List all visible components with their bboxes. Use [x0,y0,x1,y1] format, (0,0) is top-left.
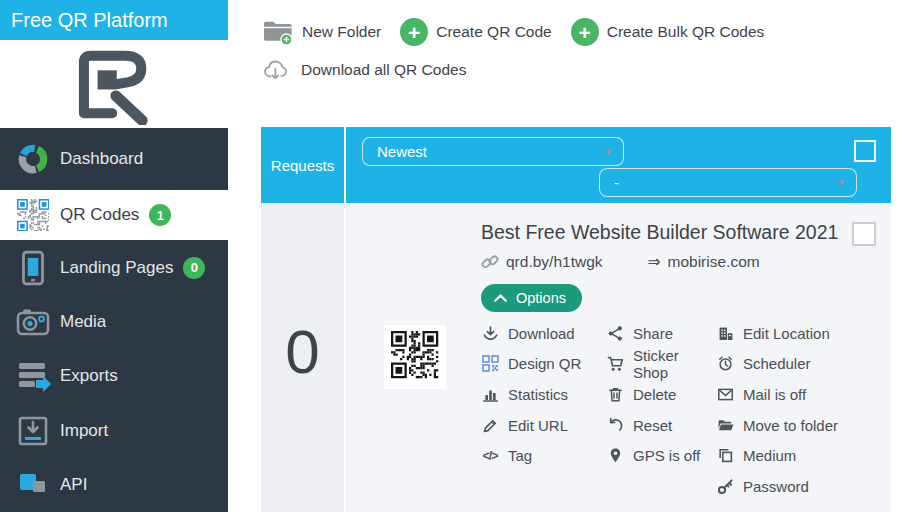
sort-select[interactable]: Newest ▾ [362,137,624,166]
action-label: Edit Location [743,325,830,342]
sidebar-item-landing-pages[interactable]: Landing Pages 0 [0,240,228,294]
folder-filter-select[interactable]: - ▾ [599,168,857,197]
sidebar-item-label: API [60,475,87,495]
filter-selected-value: - [614,174,619,191]
action-label: Mail is off [743,386,806,403]
sidebar-item-api[interactable]: API [0,458,228,512]
sidebar-item-exports[interactable]: Exports [0,349,228,403]
qr-codes-icon [14,196,52,234]
actions-column-3: Edit Location Scheduler [716,318,891,502]
caret-down-icon: ▾ [838,176,844,189]
qr-code-image [391,331,438,382]
mail-toggle-action[interactable]: Mail is off [716,379,891,410]
trash-icon [606,386,624,403]
design-qr-action[interactable]: Design QR [481,349,606,380]
toolbar: New Folder + Create QR Code + Create Bul… [228,0,908,89]
select-all-checkbox[interactable] [854,140,876,162]
short-url-link[interactable]: qrd.by/h1twgk [506,253,603,271]
brand-logo [0,40,228,128]
app-title: Free QR Platform [0,0,228,40]
sidebar-item-label: Import [60,421,108,441]
statistics-action[interactable]: Statistics [481,379,606,410]
sidebar: Free QR Platform Dashboard [0,0,228,512]
action-label: Move to folder [743,417,838,434]
sidebar-item-media[interactable]: Media [0,295,228,349]
action-label: Statistics [508,386,568,403]
download-all-qr-codes-button[interactable]: Download all QR Codes [262,57,466,84]
edit-location-action[interactable]: Edit Location [716,318,891,349]
entry-select-checkbox[interactable] [852,222,876,246]
edit-url-action[interactable]: Edit URL [481,410,606,441]
api-puzzle-icon [14,466,52,504]
scheduler-action[interactable]: Scheduler [716,349,891,380]
options-label: Options [516,290,566,306]
scan-count: 0 [285,321,319,383]
alarm-clock-icon [716,355,734,372]
undo-arrow-icon [606,417,624,434]
actions-column-2: Share Sticker Shop [606,318,716,502]
sidebar-item-dashboard[interactable]: Dashboard [0,128,228,190]
action-label: Sticker Shop [633,347,716,381]
bar-chart-icon [481,386,499,403]
key-icon [716,478,734,495]
entry-title: Best Free Website Builder Software 2021 [481,221,891,244]
qr-thumbnail[interactable] [384,325,446,389]
donut-chart-icon [14,140,52,178]
qr-codes-count-badge: 1 [149,204,171,226]
qr-r-logo-icon [68,43,160,125]
sidebar-item-label: Exports [60,366,118,386]
plus-circle-icon: + [400,18,428,46]
entry-links: qrd.by/h1twgk ⇒ mobirise.com [481,253,891,271]
sidebar-item-label: Dashboard [60,149,143,169]
code-tag-icon: </> [481,447,499,464]
building-icon [716,325,734,342]
sort-selected-value: Newest [377,143,427,160]
sidebar-menu: Dashboard QR Codes 1 Landing Pages 0 [0,128,228,512]
password-action[interactable]: Password [716,471,891,502]
folder-plus-icon [262,18,294,46]
main-area: New Folder + Create QR Code + Create Bul… [228,0,908,512]
error-correction-level-action[interactable]: Medium [716,440,891,471]
create-qr-label: Create QR Code [436,23,551,41]
create-bulk-qr-codes-button[interactable]: + Create Bulk QR Codes [571,18,765,46]
action-label: Medium [743,447,796,464]
caret-down-icon: ▾ [605,145,611,158]
sidebar-item-label: Landing Pages [60,258,173,278]
new-folder-button[interactable]: New Folder [262,18,381,46]
options-toggle-button[interactable]: Options [481,284,582,312]
action-label: Reset [633,417,672,434]
share-nodes-icon [606,325,624,342]
entry-actions: Download Design QR [481,318,891,502]
export-list-icon [14,357,52,395]
cloud-download-icon [262,57,293,84]
create-bulk-label: Create Bulk QR Codes [607,23,765,41]
tag-action[interactable]: </> Tag [481,440,606,471]
sticker-shop-action[interactable]: Sticker Shop [606,349,716,380]
reset-action[interactable]: Reset [606,410,716,441]
sidebar-item-import[interactable]: Import [0,403,228,457]
landing-pages-count-badge: 0 [183,257,205,279]
qr-platform-app: Free QR Platform Dashboard [0,0,908,512]
gps-toggle-action[interactable]: GPS is off [606,440,716,471]
share-action[interactable]: Share [606,318,716,349]
qr-list-panel: Requests Newest ▾ - ▾ 0 [261,127,891,512]
target-url-link[interactable]: mobirise.com [668,253,760,271]
panel-body: 0 Best Free Website Builder Software 202… [261,203,891,512]
plus-circle-icon: + [571,18,599,46]
move-to-folder-action[interactable]: Move to folder [716,410,891,441]
action-label: Design QR [508,355,581,372]
sidebar-item-label: Media [60,312,106,332]
import-box-icon [14,412,52,450]
list-controls: Newest ▾ - ▾ [346,127,891,203]
delete-action[interactable]: Delete [606,379,716,410]
sidebar-item-qr-codes[interactable]: QR Codes 1 [0,190,228,241]
action-label: Password [743,478,809,495]
redirect-arrow: ⇒ [648,253,661,271]
qr-entry-row: Best Free Website Builder Software 2021 … [346,203,891,512]
location-pin-icon [606,447,624,464]
download-all-label: Download all QR Codes [301,61,466,79]
download-action[interactable]: Download [481,318,606,349]
create-qr-code-button[interactable]: + Create QR Code [400,18,551,46]
pencil-icon [481,417,499,434]
action-label: Share [633,325,673,342]
